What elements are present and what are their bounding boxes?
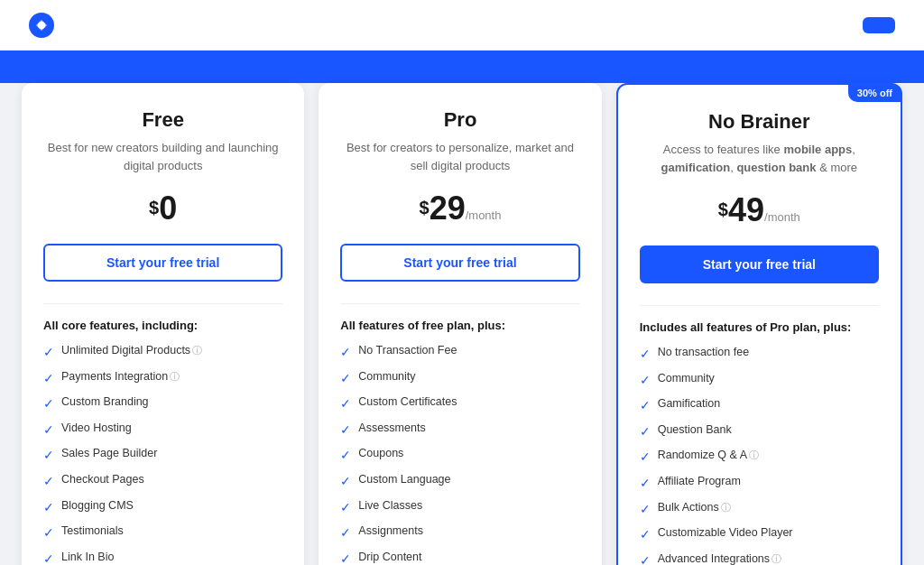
price-symbol: $ [149, 198, 159, 218]
feature-item: ✓ Coupons [340, 446, 579, 465]
plan-price: $0 [43, 190, 282, 227]
divider [640, 305, 879, 306]
feature-item: ✓ Blogging CMS [43, 498, 282, 517]
feature-list: ✓ No Transaction Fee ✓ Community ✓ Custo… [340, 343, 579, 565]
info-icon[interactable]: ⓘ [749, 449, 759, 460]
feature-text: Blogging CMS [61, 498, 134, 514]
price-period: /month [466, 208, 502, 222]
features-title: All features of free plan, plus: [340, 319, 579, 332]
feature-text: Coupons [358, 446, 403, 462]
feature-text: Custom Language [358, 472, 450, 488]
feature-item: ✓ Assessments [340, 421, 579, 440]
plan-card-free: Free Best for new creators building and … [22, 83, 304, 565]
feature-text: Customizable Video Player [658, 525, 793, 542]
feature-item: ✓ Payments Integrationⓘ [43, 369, 282, 388]
svg-point-1 [38, 22, 45, 29]
trial-button[interactable]: Start your free trial [340, 244, 579, 282]
plan-name: Pro [340, 108, 579, 132]
feature-text: Advanced Integrationsⓘ [658, 551, 781, 565]
check-icon: ✓ [640, 501, 651, 519]
feature-text: Community [358, 369, 415, 385]
feature-item: ✓ Assignments [340, 523, 579, 542]
feature-text: Affiliate Program [658, 474, 741, 490]
feature-text: Custom Certificates [358, 394, 457, 411]
pricing-section: Free Best for new creators building and … [0, 83, 924, 565]
feature-text: Payments Integrationⓘ [61, 369, 180, 385]
check-icon: ✓ [640, 346, 651, 364]
check-icon: ✓ [640, 526, 651, 544]
feature-text: Randomize Q & Aⓘ [658, 448, 759, 464]
check-icon: ✓ [43, 370, 54, 388]
info-icon[interactable]: ⓘ [721, 502, 731, 513]
features-title: All core features, including: [43, 319, 282, 332]
check-icon: ✓ [340, 344, 351, 362]
nav-links [762, 17, 895, 33]
feature-text: Video Hosting [61, 421, 132, 437]
check-icon: ✓ [340, 447, 351, 465]
feature-text: Bulk Actionsⓘ [658, 500, 731, 516]
plan-card-pro: Pro Best for creators to personalize, ma… [319, 83, 601, 565]
price-period: /month [764, 210, 800, 224]
check-icon: ✓ [340, 551, 351, 565]
feature-text: No transaction fee [658, 345, 749, 361]
feature-text: Testimonials [61, 523, 124, 540]
feature-text: Drip Content [358, 550, 421, 565]
feature-text: Community [658, 371, 715, 387]
feature-text: Gamification [658, 396, 720, 412]
trial-button[interactable]: Start your free trial [43, 244, 282, 282]
feature-item: ✓ Customizable Video Player [640, 525, 879, 544]
logo [29, 13, 61, 38]
feature-item: ✓ Custom Certificates [340, 394, 579, 413]
plan-desc: Best for creators to personalize, market… [340, 139, 579, 175]
info-icon[interactable]: ⓘ [772, 553, 781, 564]
feature-text: Unlimited Digital Productsⓘ [61, 343, 202, 359]
plan-desc: Access to features like mobile apps, gam… [640, 141, 879, 177]
plan-desc: Best for new creators building and launc… [43, 139, 282, 175]
feature-item: ✓ Sales Page Builder [43, 446, 282, 465]
feature-item: ✓ Gamification [640, 396, 879, 415]
plan-price: $29/month [340, 190, 579, 227]
feature-item: ✓ Affiliate Program [640, 474, 879, 493]
plan-card-no-brainer: 30% off No Brainer Access to features li… [616, 83, 902, 565]
check-icon: ✓ [43, 447, 54, 465]
divider [340, 303, 579, 304]
check-icon: ✓ [43, 499, 54, 517]
check-icon: ✓ [340, 395, 351, 413]
feature-item: ✓ Testimonials [43, 523, 282, 542]
check-icon: ✓ [43, 473, 54, 491]
info-icon[interactable]: ⓘ [170, 371, 180, 382]
plan-name: Free [43, 108, 282, 132]
feature-text: Assessments [358, 421, 425, 437]
feature-text: Live Classes [358, 498, 422, 514]
check-icon: ✓ [340, 499, 351, 517]
check-icon: ✓ [340, 524, 351, 542]
feature-item: ✓ Checkout Pages [43, 472, 282, 491]
plans-container: Free Best for new creators building and … [22, 83, 902, 565]
plan-name: No Brainer [640, 110, 879, 134]
feature-item: ✓ Live Classes [340, 498, 579, 517]
check-icon: ✓ [340, 421, 351, 440]
feature-list: ✓ No transaction fee ✓ Community ✓ Gamif… [640, 345, 879, 565]
check-icon: ✓ [640, 475, 651, 493]
check-icon: ✓ [640, 423, 651, 441]
feature-item: ✓ Drip Content [340, 550, 579, 565]
check-icon: ✓ [43, 344, 54, 362]
feature-text: Custom Branding [61, 394, 149, 411]
trial-button[interactable]: Start your free trial [640, 245, 879, 283]
logo-icon [29, 13, 54, 38]
feature-item: ✓ Community [640, 371, 879, 390]
nav-get-started-button[interactable] [863, 17, 895, 33]
feature-item: ✓ Link In Bio [43, 550, 282, 565]
plan-price: $49/month [640, 191, 879, 229]
badge-discount: 30% off [848, 84, 901, 102]
check-icon: ✓ [340, 473, 351, 491]
feature-item: ✓ No Transaction Fee [340, 343, 579, 362]
feature-text: No Transaction Fee [358, 343, 457, 359]
feature-item: ✓ Community [340, 369, 579, 388]
feature-item: ✓ Custom Language [340, 472, 579, 491]
feature-text: Assignments [358, 523, 423, 540]
feature-text: Question Bank [658, 422, 732, 439]
info-icon[interactable]: ⓘ [192, 345, 202, 356]
feature-list: ✓ Unlimited Digital Productsⓘ ✓ Payments… [43, 343, 282, 565]
feature-item: ✓ Custom Branding [43, 394, 282, 413]
